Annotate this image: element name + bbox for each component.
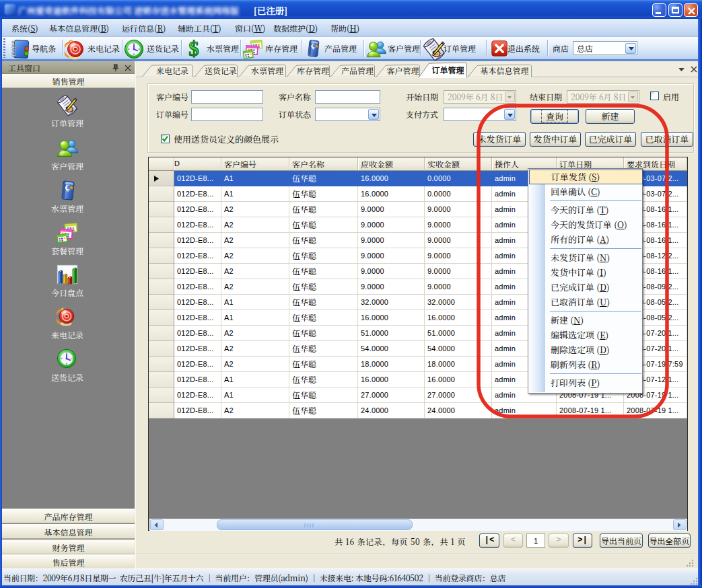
svg-text:水票管理: 水票管理: [251, 65, 283, 76]
svg-text:客户管理: 客户管理: [386, 65, 419, 76]
svg-text:基本信息管理: 基本信息管理: [480, 65, 528, 76]
svg-text:送货记录: 送货记录: [205, 65, 237, 76]
svg-text:$: $: [188, 38, 199, 59]
svg-text:库存管理: 库存管理: [297, 65, 329, 76]
svg-text:产品管理: 产品管理: [341, 65, 374, 76]
svg-text:订单管理: 订单管理: [431, 64, 464, 75]
svg-text:来电记录: 来电记录: [156, 65, 188, 76]
